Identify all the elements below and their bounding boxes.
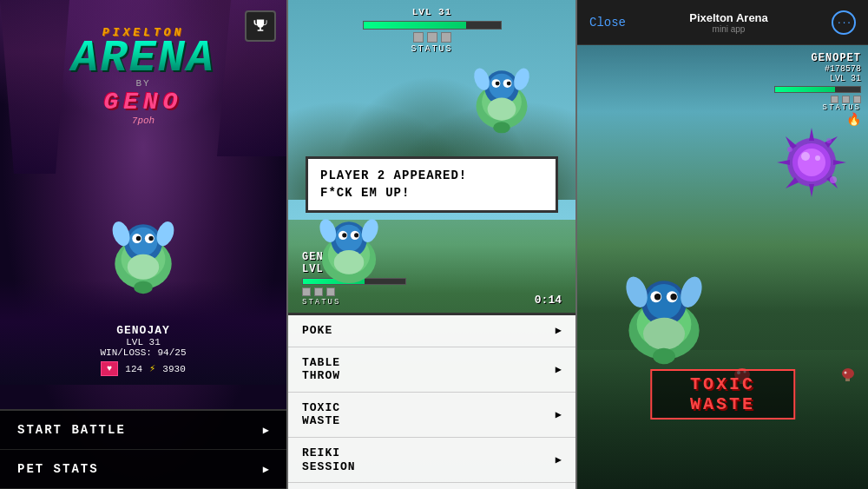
pet-resource-row: ♥ 124 ⚡ 3930 [0,361,286,376]
status-dot-1 [413,32,424,43]
ios-app-info: Pixelton Arena mini app [689,11,768,34]
svg-point-22 [488,97,516,120]
logo-arena-text: ARENA [17,39,269,80]
bolt-icon: ⚡ [149,362,155,375]
svg-marker-39 [809,184,814,197]
action-poke-arrow: ▶ [556,324,562,337]
toxic-waste-overlay: TOXIC WASTE [650,369,796,420]
svg-point-11 [134,281,153,294]
ios-more-button[interactable]: ··· [832,10,856,35]
svg-point-19 [507,82,511,86]
player-pet-sprite [91,208,195,295]
p2-status-label: STATUS [411,44,452,54]
ios-close-button[interactable]: Close [589,16,626,30]
svg-point-57 [654,294,661,300]
svg-point-18 [496,82,500,86]
trophy-button[interactable] [245,10,276,42]
svg-point-30 [342,233,346,237]
action-poke-label: POKE [302,324,332,338]
genopet-status-dots [831,96,861,103]
genopet-info-panel: GENOPET #178578 LVL 31 STATUS 🔥 [774,52,861,127]
svg-point-34 [334,250,365,274]
panel1-logo: PIXELTON ARENA BY GENO 7poh [17,26,269,126]
genopet-hp-container [774,86,861,93]
p2-hp-bar-container [363,21,502,30]
player-pet-battle-sprite [297,207,401,289]
genopet-dot-3 [853,96,861,103]
svg-point-23 [493,122,510,133]
genopet-dot-1 [831,96,838,103]
action-table-throw-arrow: ▶ [556,363,562,376]
svg-point-61 [643,318,685,350]
player-pet-p3-sprite [603,263,725,367]
genopet-id-label: #178578 [774,64,861,74]
panel3-game-content: GENOPET #178578 LVL 31 STATUS 🔥 [577,45,868,489]
pet-level-label: LVL 31 [0,337,286,347]
ios-app-header: Close Pixelton Arena mini app ··· [577,0,868,45]
svg-point-50 [826,138,832,143]
panel1-main-menu: PIXELTON ARENA BY GENO 7poh [0,0,286,489]
action-reiki-session[interactable]: REIKISESSION ▶ [288,438,575,483]
genopet-name-label: GENOPET [774,52,861,64]
svg-point-48 [787,147,792,152]
start-battle-label: START BATTLE [17,423,126,437]
ios-app-title: Pixelton Arena [689,11,768,24]
p2-stats: LVL 31 STATUS [288,7,575,54]
svg-point-3 [129,228,158,256]
pet-winloss-label: WIN/LOSS: 94/25 [0,347,286,358]
svg-point-47 [815,155,820,161]
genopet-hp-bar [775,87,835,92]
action-menu: POKE ▶ TABLETHROW ▶ TOXICWASTE ▶ REIKISE… [288,313,575,489]
action-poke[interactable]: POKE ▶ [288,315,575,347]
svg-point-15 [489,74,514,99]
main-menu: START BATTLE ▶ PET STATS ▶ [0,409,286,489]
pet-stats-display: GENOJAY LVL 31 WIN/LOSS: 94/25 ♥ 124 ⚡ 3… [0,324,286,376]
mushroom-decoration-2 [841,365,855,387]
status-dot-3 [441,32,451,43]
bolts-value: 3930 [162,364,185,374]
svg-marker-38 [809,128,814,141]
svg-point-69 [845,372,847,374]
svg-point-7 [148,236,153,241]
logo-sub-text: 7poh [17,116,269,126]
p1-status-label: STATUS [302,298,406,307]
svg-point-10 [128,254,159,280]
logo-geno-text: GENO [17,89,269,116]
svg-point-68 [842,368,854,379]
svg-point-37 [798,149,825,176]
start-battle-arrow: ▶ [263,424,269,437]
svg-point-58 [670,294,676,300]
action-toxic-waste[interactable]: TOXICWASTE ▶ [288,393,575,438]
svg-marker-40 [777,160,790,165]
start-battle-button[interactable]: START BATTLE ▶ [0,411,286,450]
action-toxic-waste-label: TOXICWASTE [302,401,340,428]
ios-more-icon: ··· [837,17,852,28]
genopet-status-label: STATUS [774,103,861,112]
battle-message-box: PLAYER 2 APPEARED!F*CK EM UP! [306,156,558,213]
action-toxic-waste-arrow: ▶ [556,408,562,421]
pet-stats-label: PET STATS [17,462,99,476]
genopet-dot-2 [842,96,850,103]
action-table-throw[interactable]: TABLETHROW ▶ [288,347,575,393]
p2-hp-bar [364,22,467,29]
battle-timer: 0:14 [535,294,562,307]
panel3-mobile-app: Close Pixelton Arena mini app ··· GENOPE… [577,0,868,489]
winloss-prefix: WIN/LOSS: [100,347,151,358]
p2-status-dots [413,32,451,43]
svg-point-31 [354,233,358,237]
action-table-throw-label: TABLETHROW [302,356,340,383]
action-reiki-session-label: REIKISESSION [302,446,356,473]
status-dot-2 [427,32,437,43]
pet-stats-arrow: ▶ [263,463,269,476]
action-reiki-session-arrow: ▶ [556,453,562,466]
svg-point-6 [136,236,141,241]
genopet-level-label: LVL 31 [774,74,861,83]
pet-name-label: GENOJAY [0,324,286,337]
toxic-waste-text: TOXIC WASTE [650,369,796,420]
svg-point-49 [830,176,837,183]
svg-point-46 [801,152,810,161]
winloss-value: 94/25 [158,347,187,358]
svg-point-54 [647,284,682,320]
pet-stats-button[interactable]: PET STATS ▶ [0,450,286,489]
svg-point-62 [653,348,675,364]
